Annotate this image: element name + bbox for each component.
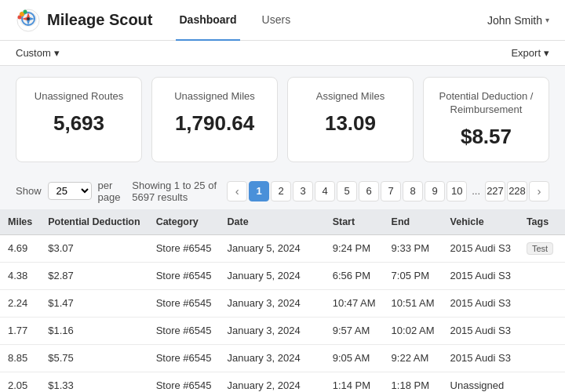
cell-start: 6:56 PM — [325, 262, 384, 289]
user-menu[interactable]: John Smith ▾ — [487, 14, 549, 27]
table-container: Miles Potential Deduction Category Date … — [0, 209, 565, 392]
page-4-button[interactable]: 4 — [315, 181, 335, 201]
cell-end: 7:05 PM — [384, 262, 443, 289]
page-3-button[interactable]: 3 — [293, 181, 313, 201]
col-end: End — [384, 209, 443, 235]
stat-assigned-miles-label: Assigned Miles — [302, 90, 399, 103]
data-table: Miles Potential Deduction Category Date … — [0, 209, 565, 392]
cell-deduction: $5.75 — [40, 344, 148, 372]
nav-dashboard[interactable]: Dashboard — [176, 0, 239, 41]
page-7-button[interactable]: 7 — [381, 181, 401, 201]
stat-unassigned-routes-label: Unassigned Routes — [31, 90, 127, 103]
export-label: Export — [511, 47, 541, 59]
cell-category: Store #6545 — [148, 289, 220, 317]
cell-vehicle: Unassigned — [443, 372, 519, 392]
col-potential-deduction: Potential Deduction — [40, 209, 148, 235]
table-header-row: Miles Potential Deduction Category Date … — [0, 209, 565, 235]
cell-end: 10:51 AM — [384, 289, 443, 317]
cell-category: Store #6545 — [148, 317, 220, 344]
per-page-select[interactable]: 25 50 100 — [48, 182, 92, 200]
prev-page-button[interactable]: ‹ — [227, 181, 247, 201]
table-row: 8.85$5.75Store #6545January 3, 20249:05 … — [0, 344, 565, 372]
cell-notes — [561, 372, 565, 392]
cell-vehicle: 2015 Audi S3 — [443, 317, 519, 344]
cell-tags — [519, 372, 561, 392]
cell-end: 9:33 PM — [384, 234, 443, 262]
page-227-button[interactable]: 227 — [485, 181, 505, 201]
cell-tags — [519, 289, 561, 317]
user-name: John Smith — [487, 14, 542, 27]
cell-date: January 3, 2024 — [219, 289, 324, 317]
cell-deduction: $1.16 — [40, 317, 148, 344]
col-date: Date — [219, 209, 324, 235]
header: Mileage Scout Dashboard Users John Smith… — [0, 0, 565, 41]
cell-category: Store #6545 — [148, 234, 220, 262]
col-notes: Notes — [561, 209, 565, 235]
cell-date: January 5, 2024 — [219, 262, 324, 289]
col-tags: Tags — [519, 209, 561, 235]
cell-deduction: $1.33 — [40, 372, 148, 392]
page-2-button[interactable]: 2 — [271, 181, 291, 201]
stats-row: Unassigned Routes 5,693 Unassigned Miles… — [0, 66, 565, 173]
stat-unassigned-miles-value: 1,790.64 — [166, 111, 263, 136]
col-category: Category — [148, 209, 220, 235]
page-ellipsis: ... — [468, 185, 483, 197]
stat-assigned-miles-value: 13.09 — [302, 111, 399, 136]
cell-miles: 1.77 — [0, 317, 40, 344]
cell-miles: 4.69 — [0, 234, 40, 262]
custom-chevron-icon: ▾ — [54, 47, 60, 59]
cell-start: 9:57 AM — [325, 317, 384, 344]
next-page-button[interactable]: › — [529, 181, 549, 201]
cell-notes — [561, 289, 565, 317]
logo-icon — [16, 8, 41, 33]
export-button[interactable]: Export ▾ — [511, 47, 549, 59]
table-row: 1.77$1.16Store #6545January 3, 20249:57 … — [0, 317, 565, 344]
page-228-button[interactable]: 228 — [507, 181, 527, 201]
page-5-button[interactable]: 5 — [337, 181, 357, 201]
cell-category: Store #6545 — [148, 344, 220, 372]
stat-unassigned-miles-label: Unassigned Miles — [166, 90, 263, 103]
cell-vehicle: 2015 Audi S3 — [443, 344, 519, 372]
results-info: Showing 1 to 25 of 5697 results — [132, 180, 221, 203]
page-9-button[interactable]: 9 — [425, 181, 445, 201]
cell-miles: 4.38 — [0, 262, 40, 289]
cell-tags — [519, 317, 561, 344]
cell-category: Store #6545 — [148, 372, 220, 392]
cell-miles: 8.85 — [0, 344, 40, 372]
page-8-button[interactable]: 8 — [403, 181, 423, 201]
toolbar: Custom ▾ Export ▾ — [0, 41, 565, 66]
cell-vehicle: 2015 Audi S3 — [443, 234, 519, 262]
cell-miles: 2.24 — [0, 289, 40, 317]
page-1-button[interactable]: 1 — [249, 181, 269, 201]
stat-potential-deduction-label: Potential Deduction / Reimbursement — [438, 90, 534, 117]
cell-notes — [561, 262, 565, 289]
cell-start: 9:05 AM — [325, 344, 384, 372]
table-row: 4.69$3.07Store #6545January 5, 20249:24 … — [0, 234, 565, 262]
table-row: 4.38$2.87Store #6545January 5, 20246:56 … — [0, 262, 565, 289]
table-row: 2.24$1.47Store #6545January 3, 202410:47… — [0, 289, 565, 317]
cell-tags — [519, 262, 561, 289]
cell-end: 9:22 AM — [384, 344, 443, 372]
pagination-row: Show 25 50 100 per page Showing 1 to 25 … — [0, 173, 565, 209]
cell-date: January 3, 2024 — [219, 344, 324, 372]
col-start: Start — [325, 209, 384, 235]
export-chevron-icon: ▾ — [544, 47, 549, 59]
cell-start: 1:14 PM — [325, 372, 384, 392]
stat-unassigned-routes-value: 5,693 — [31, 111, 127, 136]
cell-miles: 2.05 — [0, 372, 40, 392]
logo-text: Mileage Scout — [47, 11, 152, 29]
per-page-label: per page — [98, 180, 123, 203]
custom-filter-button[interactable]: Custom ▾ — [16, 47, 60, 59]
page-10-button[interactable]: 10 — [447, 181, 467, 201]
cell-notes — [561, 344, 565, 372]
cell-start: 10:47 AM — [325, 289, 384, 317]
cell-notes — [561, 317, 565, 344]
cell-category: Store #6545 — [148, 262, 220, 289]
cell-vehicle: 2015 Audi S3 — [443, 262, 519, 289]
svg-point-5 — [18, 15, 22, 19]
stat-unassigned-routes: Unassigned Routes 5,693 — [16, 77, 142, 162]
page-6-button[interactable]: 6 — [359, 181, 379, 201]
cell-start: 9:24 PM — [325, 234, 384, 262]
nav-users[interactable]: Users — [259, 0, 294, 41]
stat-potential-deduction-value: $8.57 — [438, 125, 534, 149]
